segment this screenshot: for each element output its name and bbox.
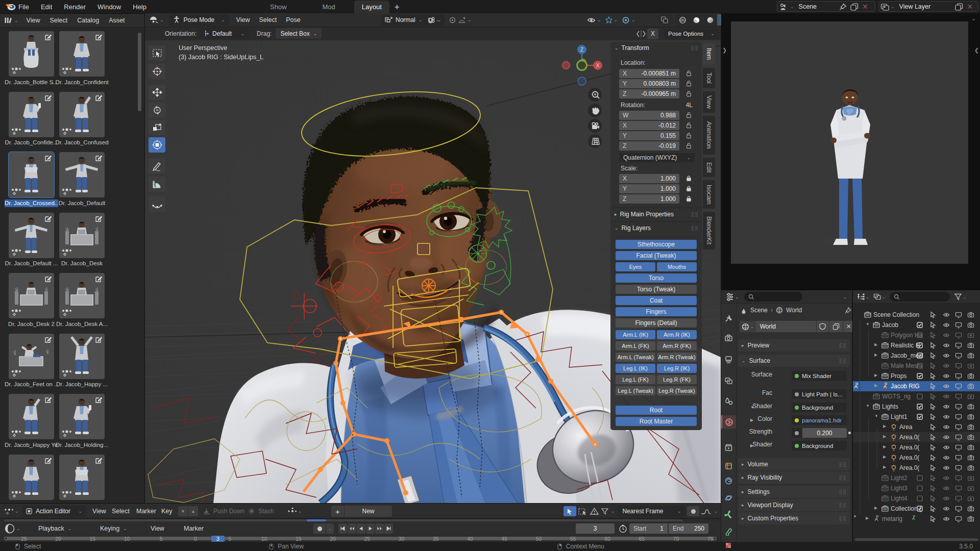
svg-text:Z: Z xyxy=(580,47,583,53)
svg-text:X: X xyxy=(596,63,600,68)
